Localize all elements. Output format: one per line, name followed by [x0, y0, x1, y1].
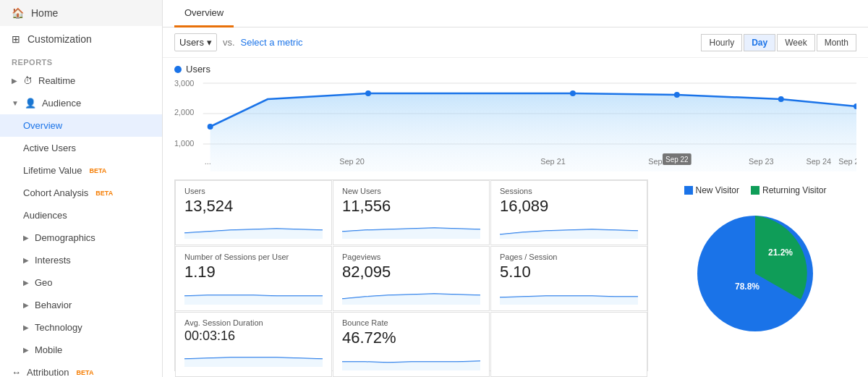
sidebar-item-geo[interactable]: ▶ Geo [0, 271, 162, 294]
series-name: Users [186, 64, 210, 75]
chevron-right-icon: ▶ [23, 256, 29, 264]
sidebar-item-label: Geo [35, 277, 53, 288]
sparkline [500, 219, 638, 239]
sidebar-item-audience[interactable]: ▼ 👤 Audience [0, 92, 162, 114]
svg-marker-29 [342, 361, 480, 370]
sparkline [342, 219, 480, 239]
sidebar-item-lifetime-value[interactable]: Lifetime Value BETA [0, 159, 162, 182]
controls-bar: Users ▾ vs. Select a metric Hourly Day W… [163, 27, 868, 58]
svg-text:Sep 23: Sep 23 [749, 157, 774, 166]
sidebar-item-home[interactable]: 🏠 Home [0, 0, 162, 26]
day-button[interactable]: Day [744, 34, 775, 51]
svg-point-11 [778, 96, 784, 102]
sidebar-item-technology[interactable]: ▶ Technology [0, 316, 162, 339]
metric-label: Number of Sessions per User [184, 253, 323, 261]
chevron-right-icon: ▶ [23, 279, 29, 287]
chevron-right-icon: ▶ [23, 301, 29, 309]
sparkline [500, 284, 638, 305]
controls-left: Users ▾ vs. Select a metric [174, 33, 303, 51]
metric-label: Pageviews [342, 253, 480, 261]
sidebar-item-mobile[interactable]: ▶ Mobile [0, 339, 162, 361]
tab-overview[interactable]: Overview [174, 0, 234, 27]
hourly-button[interactable]: Hourly [701, 34, 742, 51]
metric-cell-sessions-per-user: Number of Sessions per User 1.19 [175, 246, 332, 311]
svg-marker-25 [184, 295, 323, 305]
sidebar-item-label: Technology [35, 322, 82, 333]
metric-value: 46.72% [342, 329, 480, 347]
metric-value: 5.10 [500, 263, 638, 281]
pie-section: New Visitor Returning Visitor 78.8% 21.2… [654, 179, 856, 371]
exchange-icon: ↔ [12, 367, 21, 377]
pie-legend: New Visitor Returning Visitor [684, 185, 827, 195]
time-buttons: Hourly Day Week Month [701, 34, 856, 51]
svg-text:Sep 21: Sep 21 [540, 157, 566, 166]
line-chart: 3,000 2,000 1,000 [174, 77, 856, 171]
svg-text:Sep 22: Sep 22 [665, 156, 689, 164]
home-icon: 🏠 [12, 7, 24, 19]
sparkline [342, 350, 480, 370]
pie-chart: 78.8% 21.2% [683, 201, 827, 346]
svg-text:...: ... [205, 157, 211, 166]
sidebar-item-label: Home [31, 7, 58, 19]
chart-series-label: Users [174, 64, 856, 75]
sparkline [342, 284, 480, 305]
series-dot [174, 66, 182, 73]
sidebar-item-demographics[interactable]: ▶ Demographics [0, 226, 162, 249]
svg-marker-26 [342, 294, 480, 305]
metric-value: 00:03:16 [184, 329, 323, 344]
week-button[interactable]: Week [777, 34, 814, 51]
svg-text:78.8%: 78.8% [735, 281, 760, 292]
sidebar-item-label: Lifetime Value [23, 165, 82, 176]
sidebar-item-audiences[interactable]: Audiences [0, 204, 162, 226]
chevron-right-icon: ▶ [12, 77, 17, 85]
svg-point-9 [570, 90, 576, 96]
sidebar-item-label: Interests [35, 255, 71, 266]
svg-marker-27 [500, 296, 638, 305]
main-content: Overview Users ▾ vs. Select a metric Hou… [163, 0, 868, 377]
metric-value: 82,095 [342, 263, 480, 281]
sidebar-item-label: Customization [27, 33, 92, 45]
metric-select[interactable]: Users ▾ [174, 33, 217, 51]
metric-label: Users [184, 187, 323, 195]
metric-label: New Users [342, 187, 480, 195]
sidebar-item-behavior[interactable]: ▶ Behavior [0, 294, 162, 316]
month-button[interactable]: Month [817, 34, 856, 51]
beta-badge: BETA [77, 369, 94, 376]
vs-label: vs. [223, 37, 235, 48]
sidebar-item-cohort-analysis[interactable]: Cohort Analysis BETA [0, 182, 162, 204]
svg-text:2,000: 2,000 [174, 108, 194, 117]
sidebar-item-label: Audience [42, 98, 81, 109]
sidebar-item-overview[interactable]: Overview [0, 114, 162, 137]
metric-value: 11,556 [342, 197, 480, 216]
metric-cell-new-users: New Users 11,556 [333, 180, 490, 245]
beta-badge: BETA [89, 167, 106, 174]
legend-color-returning-visitor [751, 186, 760, 195]
sidebar-item-label: Behavior [35, 300, 72, 310]
svg-text:21.2%: 21.2% [768, 247, 793, 258]
sidebar-item-realtime[interactable]: ▶ ⏱ Realtime [0, 69, 162, 92]
clock-icon: ⏱ [23, 75, 33, 86]
svg-text:1,000: 1,000 [174, 139, 194, 148]
sidebar-item-attribution[interactable]: ↔ Attribution BETA [0, 361, 162, 377]
metric-cell-empty [490, 312, 647, 377]
svg-marker-28 [184, 357, 323, 367]
metric-label: Sessions [500, 187, 638, 195]
sidebar-item-interests[interactable]: ▶ Interests [0, 249, 162, 271]
select-metric-link[interactable]: Select a metric [241, 37, 303, 48]
sidebar-item-label: Cohort Analysis [23, 187, 88, 198]
metric-cell-avg-session-duration: Avg. Session Duration 00:03:16 [175, 312, 332, 377]
metric-cell-users: Users 13,524 [175, 180, 332, 245]
metric-value: 16,089 [500, 197, 638, 216]
sidebar: 🏠 Home ⊞ Customization REPORTS ▶ ⏱ Realt… [0, 0, 163, 377]
sparkline [184, 219, 323, 239]
sidebar-item-label: Attribution [27, 367, 69, 377]
metric-cell-sessions: Sessions 16,089 [490, 180, 647, 245]
chevron-down-icon: ▼ [12, 99, 19, 107]
sparkline [184, 347, 323, 367]
metrics-section: Users 13,524 New Users 11,556 Sessions 1… [163, 174, 868, 377]
sidebar-item-customization[interactable]: ⊞ Customization [0, 26, 162, 52]
sidebar-item-active-users[interactable]: Active Users [0, 137, 162, 159]
grid-icon: ⊞ [12, 33, 20, 45]
metric-cell-bounce-rate: Bounce Rate 46.72% [333, 312, 490, 377]
legend-label-new-visitor: New Visitor [696, 185, 739, 195]
